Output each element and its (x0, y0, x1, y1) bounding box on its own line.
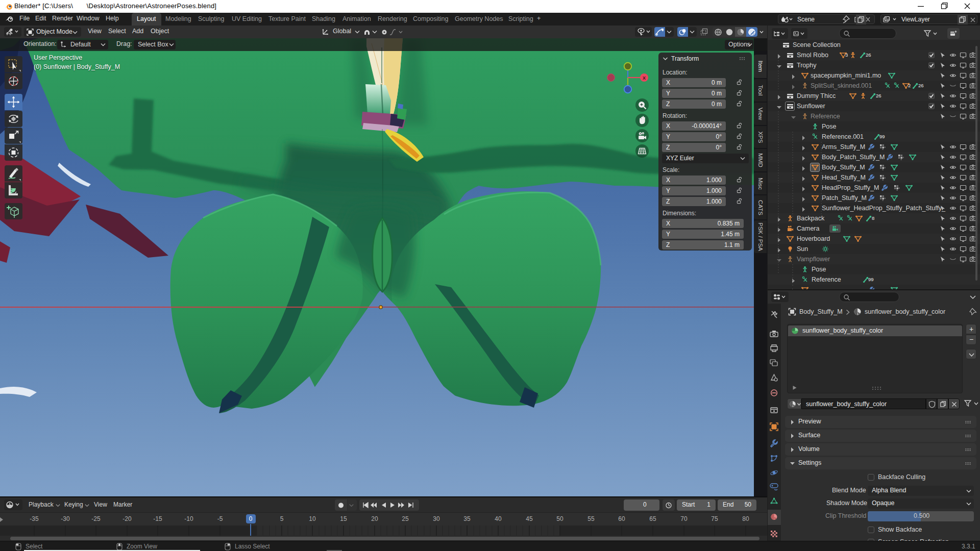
svg-text:10: 10 (309, 515, 316, 522)
svg-text:0: 0 (249, 515, 253, 522)
svg-text:40: 40 (495, 515, 502, 522)
svg-text:70: 70 (680, 515, 688, 522)
svg-text:-30: -30 (61, 515, 70, 522)
svg-text:60: 60 (618, 515, 625, 522)
svg-text:55: 55 (587, 515, 595, 522)
svg-text:50: 50 (556, 515, 564, 522)
svg-text:35: 35 (463, 515, 471, 522)
svg-text:25: 25 (402, 515, 409, 522)
svg-text:-10: -10 (184, 515, 193, 522)
svg-text:80: 80 (742, 515, 749, 522)
svg-text:5: 5 (280, 515, 284, 522)
svg-text:45: 45 (526, 515, 533, 522)
svg-text:65: 65 (649, 515, 656, 522)
svg-text:-25: -25 (91, 515, 101, 522)
svg-text:X: X (643, 76, 646, 81)
svg-text:-15: -15 (153, 515, 162, 522)
svg-text:75: 75 (711, 515, 718, 522)
svg-text:-5: -5 (217, 515, 223, 522)
svg-text:30: 30 (433, 515, 440, 522)
svg-text:15: 15 (340, 515, 347, 522)
svg-text:20: 20 (371, 515, 378, 522)
svg-text:-20: -20 (122, 515, 132, 522)
svg-text:-35: -35 (30, 515, 39, 522)
